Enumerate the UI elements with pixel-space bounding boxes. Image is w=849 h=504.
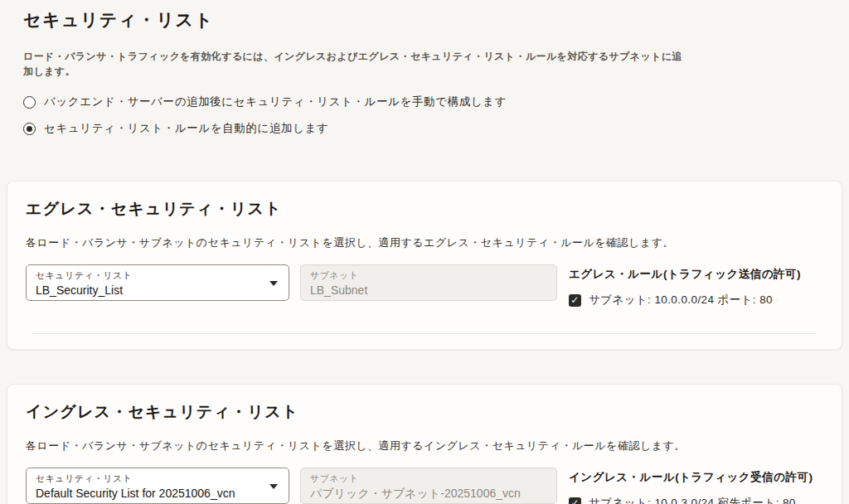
page-title: セキュリティ・リスト [23,8,826,32]
ingress-rules-column: イングレス・ルール(トラフィック受信の許可) ✓ サブネット: 10.0.3.0… [569,468,813,504]
egress-security-list-select[interactable]: セキュリティ・リスト LB_Security_List [26,264,289,301]
page-description: ロード・バランサ・トラフィックを有効化するには、イングレスおよびエグレス・セキュ… [23,49,682,79]
radio-selected-icon[interactable] [23,123,36,135]
ingress-rule-checkbox[interactable]: ✓ [569,497,581,504]
egress-rule-row: ✓ サブネット: 10.0.0.0/24 ポート: 80 [569,293,801,308]
ingress-rules-heading: イングレス・ルール(トラフィック受信の許可) [569,470,813,485]
ingress-fields-row: セキュリティ・リスト Default Security List for 202… [26,468,823,504]
security-list-step: セキュリティ・リスト ロード・バランサ・トラフィックを有効化するには、イングレス… [0,0,849,142]
egress-security-list-card: エグレス・セキュリティ・リスト 各ロード・バランサ・サブネットのセキュリティ・リ… [7,181,842,350]
egress-subnet-field: サブネット LB_Subnet [300,264,557,301]
egress-fields-row: セキュリティ・リスト LB_Security_List サブネット LB_Sub… [26,264,823,308]
ingress-subnet-field-label: サブネット [310,472,547,485]
ingress-rule-row: ✓ サブネット: 10.0.3.0/24 宛先ポート: 80 [569,496,813,504]
ingress-subnet-field-value: パブリック・サブネット-20251006_vcn [310,487,547,502]
egress-card-divider [32,333,817,334]
egress-rules-heading: エグレス・ルール(トラフィック送信の許可) [569,267,801,282]
egress-security-list-select-label: セキュリティ・リスト [36,269,264,282]
egress-subnet-field-label: サブネット [310,269,547,282]
radio-option-manual-label: バックエンド・サーバーの追加後にセキュリティ・リスト・ルールを手動で構成します [44,94,507,109]
egress-rules-column: エグレス・ルール(トラフィック送信の許可) ✓ サブネット: 10.0.0.0/… [569,264,801,308]
ingress-subnet-field: サブネット パブリック・サブネット-20251006_vcn [300,468,557,504]
egress-section-title: エグレス・セキュリティ・リスト [26,198,823,220]
radio-unselected-icon[interactable] [23,96,36,109]
egress-section-description: 各ロード・バランサ・サブネットのセキュリティ・リストを選択し、適用するエグレス・… [26,235,823,250]
egress-rule-label: サブネット: 10.0.0.0/24 ポート: 80 [589,293,773,308]
radio-option-manual-rules[interactable]: バックエンド・サーバーの追加後にセキュリティ・リスト・ルールを手動で構成します [23,89,826,115]
egress-security-list-select-value: LB_Security_List [36,284,264,297]
egress-rule-checkbox[interactable]: ✓ [569,294,581,307]
chevron-down-icon[interactable] [269,484,278,489]
ingress-rule-label: サブネット: 10.0.3.0/24 宛先ポート: 80 [589,496,796,504]
ingress-security-list-select-label: セキュリティ・リスト [36,472,264,485]
ingress-section-description: 各ロード・バランサ・サブネットのセキュリティ・リストを選択し、適用するイングレス… [26,439,823,453]
ingress-security-list-select-value: Default Security List for 20251006_vcn [36,487,264,500]
egress-subnet-field-value: LB_Subnet [310,284,547,297]
chevron-down-icon[interactable] [269,281,278,286]
radio-option-auto-label: セキュリティ・リスト・ルールを自動的に追加します [44,121,328,136]
radio-option-auto-rules[interactable]: セキュリティ・リスト・ルールを自動的に追加します [23,115,826,142]
ingress-section-title: イングレス・セキュリティ・リスト [26,401,823,423]
ingress-security-list-select[interactable]: セキュリティ・リスト Default Security List for 202… [26,468,289,504]
ingress-security-list-card: イングレス・セキュリティ・リスト 各ロード・バランサ・サブネットのセキュリティ・… [7,384,842,504]
